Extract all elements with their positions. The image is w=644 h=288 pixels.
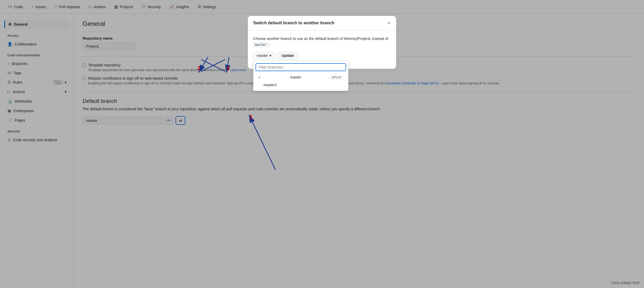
branch-checkmark: ✓ xyxy=(258,75,262,79)
modal-branch-row: master ▾ Update xyxy=(253,52,391,59)
modal-overlay[interactable]: Switch default branch to another branch … xyxy=(0,0,644,287)
branch-dropdown-button[interactable]: master ▾ xyxy=(253,52,275,59)
modal-body: Choose another branch to use as the defa… xyxy=(248,30,396,69)
branch-list-item-master[interactable]: ✓ master default xyxy=(256,73,346,81)
modal: Switch default branch to another branch … xyxy=(248,16,396,69)
modal-desc: Choose another branch to use as the defa… xyxy=(253,36,391,48)
branch-list-item-master2[interactable]: master2 xyxy=(256,81,346,89)
modal-title: Switch default branch to another branch xyxy=(253,21,334,25)
dropdown-arrow-icon: ▾ xyxy=(270,53,271,58)
filter-branches-input[interactable] xyxy=(256,63,346,71)
modal-header: Switch default branch to another branch … xyxy=(248,16,396,30)
modal-branch-code: master xyxy=(253,42,268,47)
default-badge: default xyxy=(329,75,343,80)
modal-close-button[interactable]: × xyxy=(387,20,391,26)
update-button[interactable]: Update xyxy=(277,52,298,59)
branch-dropdown-panel: ✓ master default master2 xyxy=(253,61,348,91)
branch-master-label: master xyxy=(290,75,302,79)
branch-master2-label: master2 xyxy=(263,83,277,87)
dropdown-label: master xyxy=(257,53,268,58)
